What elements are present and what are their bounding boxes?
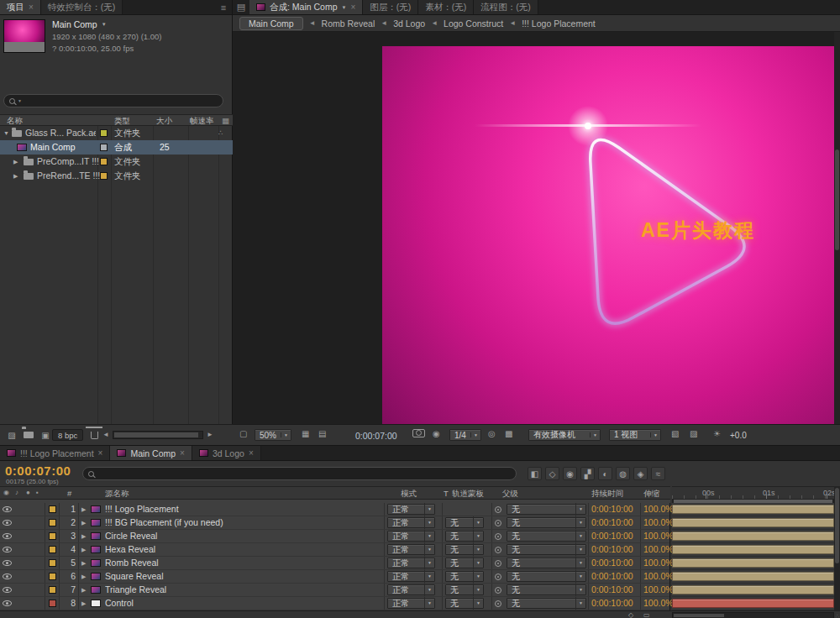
label-color-chip[interactable] bbox=[49, 600, 56, 607]
current-timecode[interactable]: 0:00:07:00 bbox=[5, 464, 71, 478]
expander-closed-icon[interactable]: ▶ bbox=[81, 543, 86, 556]
parent-dropdown[interactable]: 无▼ bbox=[507, 504, 586, 515]
parent-dropdown[interactable]: 无▼ bbox=[507, 571, 586, 582]
layer-duration[interactable]: 0:00:10:00 bbox=[591, 597, 633, 610]
track-matte-dropdown[interactable]: 无▼ bbox=[445, 544, 484, 555]
toggle-switches-icon[interactable]: ◇ bbox=[628, 611, 633, 618]
audio-column-icon[interactable]: ♪ bbox=[15, 489, 18, 496]
graph-editor-icon[interactable]: ≈ bbox=[651, 467, 665, 480]
visibility-eye-icon[interactable] bbox=[3, 506, 12, 512]
layer-track[interactable] bbox=[672, 597, 834, 610]
panel-grip-icon[interactable]: ▤ bbox=[233, 0, 249, 14]
parent-pickwhip-icon[interactable] bbox=[495, 600, 501, 607]
horizontal-scrollbar[interactable] bbox=[672, 612, 834, 618]
layer-duration-bar[interactable] bbox=[672, 518, 834, 527]
timeline-tab-logo-placement[interactable]: !!! Logo Placement × bbox=[0, 446, 110, 460]
close-icon[interactable]: × bbox=[29, 3, 34, 12]
close-icon[interactable]: × bbox=[180, 448, 185, 458]
motion-blur-icon[interactable]: ◐ bbox=[598, 467, 612, 480]
layer-duration-bar[interactable] bbox=[672, 599, 834, 608]
search-options-icon[interactable]: ▼ bbox=[18, 98, 22, 103]
breadcrumb-logo-construct[interactable]: Logo Construct bbox=[444, 18, 503, 29]
layer-name[interactable]: Hexa Reveal bbox=[105, 543, 378, 556]
layer-duration-bar[interactable] bbox=[672, 585, 834, 594]
column-trkmat-t[interactable]: T bbox=[444, 489, 449, 498]
column-parent[interactable]: 父级 bbox=[502, 489, 518, 500]
tab-project[interactable]: 项目 × bbox=[0, 0, 41, 14]
blend-mode-dropdown[interactable]: 正常▼ bbox=[387, 571, 435, 582]
layer-name[interactable]: Romb Reveal bbox=[105, 557, 378, 569]
parent-pickwhip-icon[interactable] bbox=[495, 506, 501, 513]
track-matte-dropdown[interactable]: 无▼ bbox=[445, 517, 484, 528]
layer-duration[interactable]: 0:00:10:00 bbox=[591, 503, 633, 516]
blend-mode-dropdown[interactable]: 正常▼ bbox=[387, 504, 435, 515]
scrollbar-thumb[interactable] bbox=[835, 149, 839, 250]
comp-info-name-row[interactable]: Main Comp ▼ bbox=[52, 19, 161, 29]
timeline-tab-3d-logo[interactable]: 3d Logo × bbox=[192, 446, 261, 460]
eye-column-icon[interactable]: ◉ bbox=[3, 489, 9, 496]
layer-stretch[interactable]: 100.0% bbox=[643, 516, 674, 529]
label-color-chip[interactable] bbox=[49, 559, 56, 567]
layer-row[interactable]: 7 ▶ Triangle Reveal 正常▼ 无▼ 无▼ 0:00:10:00… bbox=[0, 584, 669, 597]
layer-duration[interactable]: 0:00:10:00 bbox=[591, 557, 633, 569]
layer-duration[interactable]: 0:00:10:00 bbox=[591, 516, 633, 529]
breadcrumb-logo-placement[interactable]: !!! Logo Placement bbox=[522, 18, 596, 29]
expander-closed-icon[interactable]: ▶ bbox=[81, 570, 86, 583]
label-color-chip[interactable] bbox=[100, 172, 108, 180]
layer-name[interactable]: Square Reveal bbox=[105, 570, 378, 583]
layer-row[interactable]: 3 ▶ Circle Reveal 正常▼ 无▼ 无▼ 0:00:10:00 1… bbox=[0, 530, 669, 543]
interpret-footage-button[interactable]: ▨ bbox=[5, 429, 18, 441]
layer-track[interactable] bbox=[672, 557, 834, 570]
layer-duration-bar[interactable] bbox=[672, 505, 834, 514]
blend-mode-dropdown[interactable]: 正常▼ bbox=[387, 598, 435, 609]
breadcrumb-main-comp[interactable]: Main Comp bbox=[239, 17, 303, 30]
panel-menu-icon[interactable]: ≡ bbox=[215, 0, 232, 14]
transparency-grid-icon[interactable]: ▩ bbox=[505, 429, 512, 438]
tab-layer[interactable]: 图层：(无) bbox=[363, 0, 418, 14]
layer-duration[interactable]: 0:00:10:00 bbox=[591, 543, 633, 556]
track-matte-dropdown[interactable]: 无▼ bbox=[445, 531, 484, 542]
layer-name[interactable]: !!! BG Placement (if you need) bbox=[105, 516, 378, 529]
parent-dropdown[interactable]: 无▼ bbox=[507, 584, 586, 595]
visibility-eye-icon[interactable] bbox=[3, 600, 12, 606]
expander-open-icon[interactable]: ▼ bbox=[3, 126, 9, 140]
timeline-search-box[interactable] bbox=[82, 467, 517, 480]
column-duration[interactable]: 持续时间 bbox=[591, 489, 623, 500]
layer-track[interactable] bbox=[672, 516, 834, 530]
blend-mode-dropdown[interactable]: 正常▼ bbox=[387, 558, 435, 568]
layer-duration[interactable]: 0:00:10:00 bbox=[591, 584, 633, 596]
layer-stretch[interactable]: 100.0% bbox=[643, 543, 674, 556]
show-snapshot-icon[interactable]: ◉ bbox=[433, 429, 440, 438]
time-ruler[interactable]: 00s 01s 02s bbox=[672, 486, 834, 500]
label-color-chip[interactable] bbox=[49, 505, 56, 513]
column-mode[interactable]: 模式 bbox=[401, 489, 417, 500]
safe-frames-icon[interactable]: ▦ bbox=[302, 429, 309, 438]
blend-mode-dropdown[interactable]: 正常▼ bbox=[387, 531, 435, 542]
scrollbar-thumb[interactable] bbox=[114, 432, 198, 437]
auto-keyframe-icon[interactable]: ◈ bbox=[633, 467, 648, 480]
label-color-chip[interactable] bbox=[49, 573, 56, 580]
frame-blending-icon[interactable]: ▞ bbox=[580, 467, 595, 480]
tab-footage[interactable]: 素材：(无) bbox=[418, 0, 474, 14]
layer-stretch[interactable]: 100.0% bbox=[643, 597, 674, 610]
visibility-eye-icon[interactable] bbox=[3, 560, 12, 566]
layer-duration-bar[interactable] bbox=[672, 572, 834, 581]
column-number[interactable]: # bbox=[67, 489, 71, 498]
parent-dropdown[interactable]: 无▼ bbox=[507, 531, 586, 542]
resize-grip-icon[interactable]: ∴ bbox=[836, 613, 839, 618]
layer-duration-bar[interactable] bbox=[672, 545, 834, 554]
parent-dropdown[interactable]: 无▼ bbox=[507, 558, 586, 568]
camera-dropdown[interactable]: 有效摄像机 ▼ bbox=[528, 429, 601, 441]
horizontal-scrollbar[interactable] bbox=[113, 431, 203, 439]
visibility-eye-icon[interactable] bbox=[3, 547, 12, 553]
scrollbar-thumb[interactable] bbox=[835, 488, 839, 563]
parent-pickwhip-icon[interactable] bbox=[495, 533, 501, 540]
parent-dropdown[interactable]: 无▼ bbox=[507, 517, 586, 528]
visibility-eye-icon[interactable] bbox=[3, 587, 12, 593]
region-of-interest-icon[interactable]: ◎ bbox=[488, 429, 496, 438]
expander-closed-icon[interactable]: ▶ bbox=[81, 503, 86, 516]
layer-name[interactable]: Control bbox=[105, 597, 378, 610]
layer-name[interactable]: !!! Logo Placement bbox=[105, 503, 378, 516]
track-matte-dropdown[interactable]: 无▼ bbox=[445, 558, 484, 568]
layer-track[interactable] bbox=[672, 570, 834, 584]
